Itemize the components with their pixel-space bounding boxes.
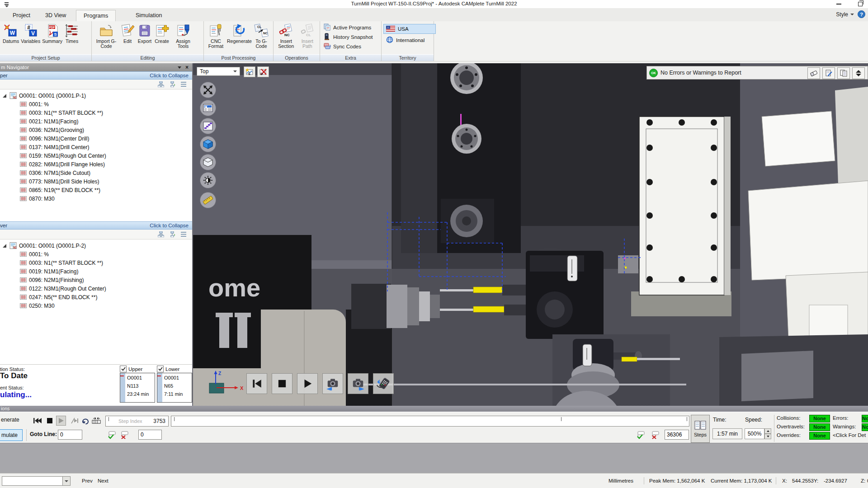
upper-checkbox[interactable]: Upper: [120, 366, 142, 372]
warnings-badge[interactable]: None: [862, 423, 868, 431]
step-count-input[interactable]: [665, 430, 689, 440]
tab-3d-view[interactable]: 3D View: [38, 10, 73, 21]
to-gcode-button[interactable]: CLNC To G-Code: [251, 23, 271, 49]
step-settings-button[interactable]: [92, 416, 102, 426]
import-gcode-button[interactable]: Import G-Code: [94, 23, 119, 49]
pendant-control-button[interactable]: [373, 373, 394, 394]
help-icon[interactable]: ?: [858, 10, 865, 18]
clear-step-breakpoint-button[interactable]: [650, 430, 660, 440]
list-view-icon[interactable]: [179, 230, 188, 238]
machine-panel-button[interactable]: [200, 100, 216, 116]
program-block-item[interactable]: 0159: N5M1(Rough Out Center): [0, 151, 192, 160]
program-block-item[interactable]: 0036: N2M1(Grooving): [0, 126, 192, 134]
territory-usa-button[interactable]: USA: [383, 24, 436, 34]
tab-programs[interactable]: Programs: [76, 10, 116, 21]
lower-checkbox[interactable]: Lower: [157, 366, 179, 372]
rewind-button[interactable]: [33, 416, 42, 426]
program-block-item[interactable]: 0019: N1M1(Facing): [0, 267, 192, 276]
solid-view-button[interactable]: [200, 136, 216, 152]
program-block-item[interactable]: 0001: %: [0, 250, 192, 258]
3d-viewport[interactable]: ome: [193, 63, 868, 406]
speed-up-button[interactable]: [764, 428, 771, 434]
assign-tools-button[interactable]: Assign Tools: [170, 23, 196, 49]
program-block-item[interactable]: 0021: N1M1(Facing): [0, 117, 192, 126]
loop-button[interactable]: [80, 416, 90, 426]
program-root-lower[interactable]: NC O0001: O0001 (O0001.P-2): [0, 241, 192, 250]
regenerate-button[interactable]: Regenerate: [226, 23, 251, 44]
program-block-item[interactable]: 0122: N3M1(Rough Out Center): [0, 284, 192, 293]
insert-path-button[interactable]: CL Insert Path: [297, 23, 318, 49]
program-block-item[interactable]: 0282: N6M1(Drill Flange Holes): [0, 160, 192, 169]
tab-simulation[interactable]: Simulation: [128, 10, 169, 21]
step-index-box[interactable]: Step Index 3753: [105, 416, 169, 427]
minimize-button[interactable]: [834, 0, 844, 8]
simulate-button[interactable]: mulate: [0, 429, 23, 441]
save-snapshot-button[interactable]: S: [244, 66, 255, 77]
copy-report-button[interactable]: [837, 67, 850, 79]
next-button[interactable]: Next: [98, 478, 108, 483]
prev-button[interactable]: Prev: [82, 478, 93, 483]
history-snapshot-button[interactable]: History Snapshot: [322, 33, 375, 41]
program-block-item[interactable]: 0001: %: [0, 100, 192, 108]
collapse-bar-button[interactable]: [852, 67, 865, 79]
tree-expand-icon[interactable]: [3, 94, 6, 98]
click-for-details-hint[interactable]: <Click For Det: [833, 432, 866, 438]
style-menu[interactable]: Style: [836, 11, 854, 18]
program-block-item[interactable]: 0096: N3M1(Center Drill): [0, 134, 192, 143]
error-report-bar[interactable]: OK No Errors or Warnings to Report: [646, 66, 868, 80]
regenerate-cut-button[interactable]: enerate: [1, 417, 19, 423]
snapshot-forward-button[interactable]: [348, 373, 368, 394]
measure-button[interactable]: [200, 192, 216, 208]
times-button[interactable]: Times: [63, 23, 80, 44]
step-mode-button[interactable]: [200, 118, 216, 134]
program-block-item[interactable]: 0870: M30: [0, 194, 192, 203]
create-button[interactable]: Create: [153, 23, 170, 44]
program-block-item[interactable]: 0865: N19(** END BLOCK **): [0, 186, 192, 194]
breakpoint-line-input[interactable]: [138, 430, 162, 440]
snapshot-back-button[interactable]: [322, 373, 343, 394]
collisions-badge[interactable]: None: [809, 415, 830, 422]
play-button[interactable]: [297, 373, 318, 394]
summary-button[interactable]: PDFS Summary: [41, 23, 63, 44]
collapse-tree-icon[interactable]: [168, 80, 176, 88]
panel-menu-icon[interactable]: [178, 66, 181, 69]
set-step-breakpoint-button[interactable]: [636, 430, 646, 440]
program-block-item[interactable]: 0137: N4M1(Drill Center): [0, 143, 192, 151]
program-block-item[interactable]: 0306: N7M1(Side Cutout): [0, 169, 192, 177]
territory-international-button[interactable]: International: [383, 35, 436, 45]
expand-tree-icon[interactable]: [157, 80, 165, 88]
variables-button[interactable]: #V Variables: [20, 23, 41, 44]
stop-sim-button[interactable]: [45, 416, 55, 426]
play-to-button[interactable]: [70, 416, 80, 426]
expand-tree-icon[interactable]: [157, 230, 165, 238]
program-block-item[interactable]: 0773: N8M1(Drill Side Holes): [0, 177, 192, 186]
active-programs-button[interactable]: Active Programs: [322, 23, 375, 32]
eraser-tool-button[interactable]: [807, 67, 820, 79]
datums-button[interactable]: W Datums: [2, 23, 20, 44]
wireframe-view-button[interactable]: [200, 154, 216, 170]
step-index-slider[interactable]: [171, 416, 689, 427]
program-block-item[interactable]: 0096: N2M1(Finishing): [0, 276, 192, 284]
message-filter-select[interactable]: [2, 476, 71, 486]
go-to-start-button[interactable]: [246, 373, 267, 394]
stop-button[interactable]: [272, 373, 292, 394]
program-block-item[interactable]: 0003: N1(** START BLOCK **): [0, 258, 192, 267]
goto-line-input[interactable]: [58, 430, 82, 440]
set-breakpoint-button[interactable]: [107, 430, 117, 440]
lower-section-header[interactable]: ver Click to Collapse: [0, 221, 192, 230]
sync-codes-button[interactable]: Sync Codes: [322, 42, 375, 51]
delete-snapshot-button[interactable]: D: [257, 66, 269, 77]
tree-expand-icon[interactable]: [3, 244, 6, 248]
restore-button[interactable]: [855, 0, 865, 8]
steps-toggle-button[interactable]: Steps: [691, 415, 710, 443]
edit-button[interactable]: Edit: [119, 23, 136, 44]
program-root-upper[interactable]: NC O0001: O0001 (O0001.P-1): [0, 91, 192, 100]
speed-down-button[interactable]: [764, 434, 771, 439]
view-orientation-select[interactable]: Top: [197, 67, 240, 76]
insert-section-button[interactable]: NC Insert Section: [275, 23, 297, 49]
program-block-item[interactable]: 0250: M30: [0, 301, 192, 310]
play-sim-button[interactable]: [56, 416, 66, 426]
clear-breakpoint-button[interactable]: [119, 430, 129, 440]
program-block-item[interactable]: 0003: N1(** START BLOCK **): [0, 108, 192, 117]
lighting-button[interactable]: [200, 172, 216, 188]
